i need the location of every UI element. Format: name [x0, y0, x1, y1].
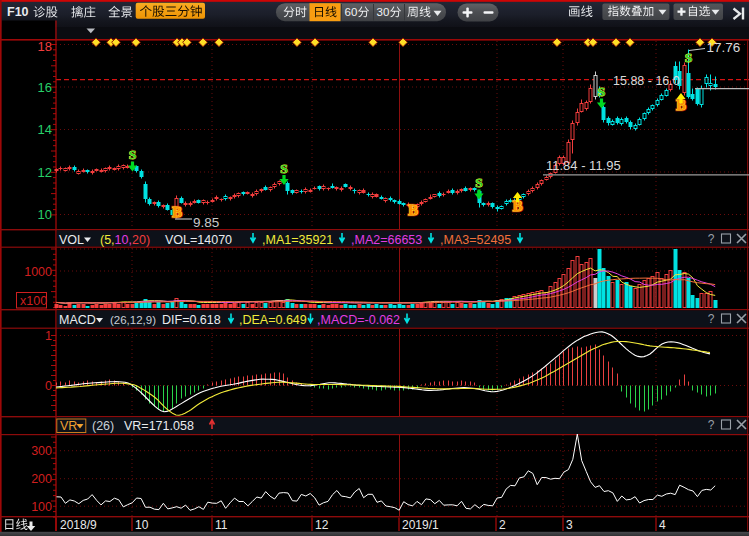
- svg-text:S: S: [475, 175, 483, 190]
- svg-text:VR: VR: [60, 419, 77, 433]
- svg-text:4: 4: [659, 518, 666, 532]
- svg-text:3: 3: [566, 518, 573, 532]
- svg-text:F10: F10: [7, 5, 29, 19]
- svg-text:(26,12,9): (26,12,9): [110, 314, 156, 326]
- svg-text:(5,10,20): (5,10,20): [100, 233, 150, 247]
- svg-text:11: 11: [215, 518, 228, 532]
- svg-text:14: 14: [38, 122, 52, 137]
- svg-text:VOL=14070: VOL=14070: [165, 233, 232, 247]
- svg-text:1: 1: [45, 329, 52, 343]
- svg-text:VOL: VOL: [59, 233, 84, 247]
- svg-text:60: 60: [345, 6, 358, 18]
- svg-text:?: ?: [708, 312, 715, 326]
- svg-text:10: 10: [38, 207, 52, 222]
- svg-text:2018/9: 2018/9: [60, 518, 97, 532]
- svg-text:,DEA=0.649: ,DEA=0.649: [239, 313, 307, 327]
- svg-text:11.84 - 11.95: 11.84 - 11.95: [546, 158, 621, 173]
- svg-text:10: 10: [135, 518, 149, 532]
- svg-text:12: 12: [38, 165, 52, 180]
- svg-text:x100: x100: [20, 294, 47, 308]
- svg-text:16: 16: [38, 80, 52, 95]
- svg-text:?: ?: [708, 418, 715, 432]
- svg-text:VR=171.058: VR=171.058: [124, 419, 194, 433]
- svg-text:200: 200: [31, 472, 52, 486]
- svg-text:18: 18: [38, 39, 52, 54]
- svg-text:2: 2: [499, 518, 506, 532]
- svg-text:MACD: MACD: [59, 313, 96, 327]
- svg-text:30: 30: [377, 6, 390, 18]
- svg-text:S: S: [280, 161, 288, 176]
- svg-text:(26): (26): [92, 419, 114, 433]
- svg-text:S: S: [685, 50, 693, 65]
- svg-text:300: 300: [31, 444, 52, 458]
- svg-text:DIF=0.618: DIF=0.618: [162, 313, 221, 327]
- svg-text:B: B: [408, 202, 418, 218]
- svg-text:12: 12: [315, 518, 329, 532]
- svg-text:,MACD=-0.062: ,MACD=-0.062: [317, 313, 400, 327]
- svg-text:B: B: [172, 204, 182, 220]
- svg-text:1000: 1000: [24, 265, 52, 279]
- svg-text:9.85: 9.85: [193, 215, 219, 230]
- svg-text:0: 0: [45, 379, 52, 393]
- svg-text:2019/1: 2019/1: [402, 518, 439, 532]
- svg-text:,MA3=52495: ,MA3=52495: [440, 233, 511, 247]
- svg-text:,MA2=66653: ,MA2=66653: [351, 233, 422, 247]
- svg-text:?: ?: [708, 232, 715, 246]
- svg-text:15.88 - 16.0: 15.88 - 16.0: [613, 74, 680, 88]
- svg-text:S: S: [598, 84, 606, 99]
- svg-text:S: S: [129, 147, 137, 162]
- svg-text:,MA1=35921: ,MA1=35921: [262, 233, 333, 247]
- svg-text:100: 100: [31, 500, 52, 514]
- svg-text:17.76: 17.76: [707, 40, 741, 55]
